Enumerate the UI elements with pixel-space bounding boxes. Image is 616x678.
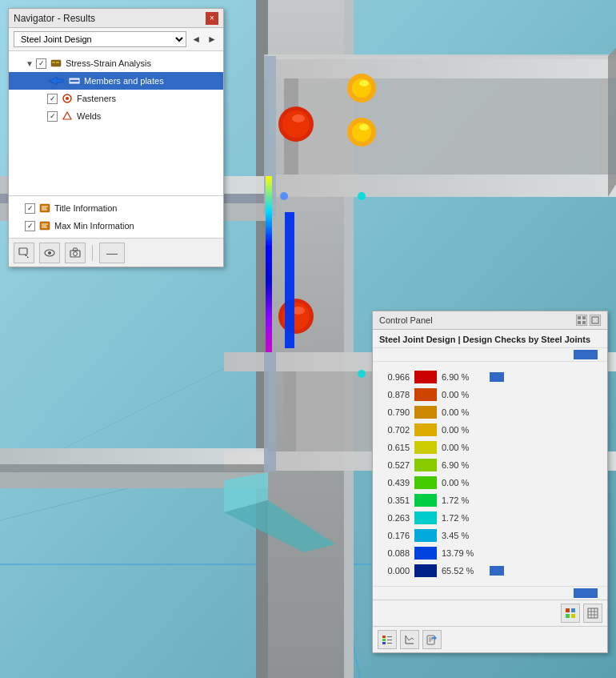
legend-row: 0.263 1.72 %	[379, 509, 601, 527]
svg-line-95	[409, 638, 412, 640]
checkbox-title-info[interactable]: ✓	[25, 203, 35, 214]
tree-label-fasteners: Fasteners	[77, 94, 116, 103]
svg-rect-7	[256, 0, 268, 678]
legend-row: 0.088 13.79 %	[379, 544, 601, 562]
legend-percent: 13.79 %	[442, 548, 482, 558]
maximize-icon	[591, 316, 599, 324]
navigator-toolbar-select-btn[interactable]	[14, 243, 34, 263]
legend-percent: 0.00 %	[442, 478, 482, 487]
cp-toolbar-grid-btn[interactable]	[576, 315, 587, 326]
navigator-toolbar-camera-btn[interactable]	[65, 243, 86, 263]
cp-btn-palette[interactable]	[561, 604, 580, 623]
legend-row: 0.615 0.00 %	[379, 439, 601, 456]
legend-percent: 0.00 %	[442, 443, 482, 452]
tree-item-stress-strain[interactable]: ▼ ✓ Stress-Strain Analysis	[9, 54, 223, 72]
navigator-toolbar: —	[9, 238, 223, 267]
svg-rect-8	[344, 0, 354, 678]
legend-value: 0.088	[379, 548, 410, 558]
checkbox-welds[interactable]: ✓	[47, 111, 58, 122]
legend-percent: 0.00 %	[442, 390, 482, 399]
checkbox-maxmin-info[interactable]: ✓	[25, 221, 35, 231]
svg-rect-23	[0, 448, 268, 464]
legend-value: 0.615	[379, 443, 410, 452]
nav-prev-arrow[interactable]: ◄	[190, 34, 202, 45]
svg-rect-53	[70, 82, 79, 83]
legend-row: 0.878 0.00 %	[379, 386, 601, 403]
svg-rect-78	[571, 608, 575, 612]
svg-point-39	[352, 122, 371, 142]
legend-row: 0.439 0.00 %	[379, 474, 601, 491]
export-icon	[426, 634, 438, 645]
svg-point-32	[278, 299, 314, 334]
analysis-icon	[50, 57, 62, 70]
tree-item-maxmin-info[interactable]: ✓ Max Min Information	[9, 217, 223, 235]
cp-btn-legend[interactable]	[378, 630, 397, 649]
tree-item-welds[interactable]: ✓ Welds	[9, 107, 223, 125]
camera-icon	[70, 247, 81, 259]
tree-label-maxmin-info: Max Min Information	[54, 221, 134, 231]
fasteners-icon	[61, 92, 74, 105]
tree-item-fasteners[interactable]: ✓ Fasteners	[9, 90, 223, 107]
svg-marker-56	[63, 112, 71, 119]
svg-rect-80	[571, 614, 575, 618]
legend-blue-indicator	[490, 372, 504, 382]
line-icon: —	[106, 247, 118, 259]
legend-color-swatch	[414, 476, 437, 489]
svg-rect-81	[588, 608, 598, 618]
cp-btn-export[interactable]	[422, 630, 442, 649]
blue-arrow-indicator	[47, 75, 65, 86]
cp-btn-scale[interactable]	[400, 630, 419, 649]
svg-rect-28	[266, 176, 272, 352]
navigator-toolbar-line-btn[interactable]: —	[99, 243, 125, 263]
svg-rect-24	[0, 464, 268, 472]
svg-rect-25	[0, 472, 268, 488]
legend-value: 0.263	[379, 513, 410, 523]
navigator-dropdown[interactable]: Steel Joint Design	[14, 31, 186, 47]
legend-color-swatch	[414, 512, 437, 524]
legend-color-swatch	[414, 547, 437, 560]
legend-row: 0.790 0.00 %	[379, 403, 601, 421]
table-icon	[587, 608, 598, 619]
tree-item-members-plates[interactable]: Members and plates	[9, 72, 223, 90]
checkbox-stress-strain[interactable]: ✓	[36, 58, 46, 69]
tree-label-title-info: Title Information	[54, 203, 117, 213]
svg-rect-73	[582, 316, 586, 319]
svg-rect-20	[284, 371, 296, 451]
nav-next-arrow[interactable]: ►	[206, 34, 218, 45]
legend-row: 0.176 3.45 %	[379, 527, 601, 544]
svg-rect-48	[52, 62, 55, 63]
svg-point-37	[359, 80, 369, 86]
svg-point-55	[66, 97, 69, 100]
navigator-toolbar-view-btn[interactable]	[39, 243, 60, 263]
toolbar-separator	[92, 245, 93, 261]
svg-rect-9	[264, 56, 616, 78]
svg-marker-45	[224, 500, 336, 552]
navigator-close-button[interactable]: ×	[206, 12, 218, 25]
svg-point-40	[359, 124, 369, 130]
svg-rect-86	[382, 636, 386, 638]
legend-value: 0.176	[379, 531, 410, 540]
legend-icon	[382, 634, 393, 645]
svg-point-70	[74, 251, 78, 255]
svg-point-68	[48, 251, 51, 255]
legend-percent: 1.72 %	[442, 495, 482, 505]
navigator-title: Navigator - Results	[14, 13, 95, 24]
svg-line-1	[0, 360, 240, 480]
top-indicator-bar	[574, 350, 598, 359]
svg-point-31	[292, 114, 305, 122]
svg-line-96	[412, 638, 414, 640]
cp-maximize-btn[interactable]	[590, 315, 601, 326]
navigator-panel: Navigator - Results × Steel Joint Design…	[8, 8, 224, 267]
navigator-dropdown-row: Steel Joint Design ◄ ►	[9, 28, 223, 51]
svg-marker-13	[298, 78, 608, 175]
svg-rect-65	[19, 248, 27, 255]
svg-rect-87	[382, 639, 386, 641]
expand-arrow-stress-strain[interactable]: ▼	[25, 58, 34, 68]
control-panel-title: Control Panel	[379, 315, 433, 325]
tree-item-title-info[interactable]: ✓ Title Information	[9, 199, 223, 217]
control-panel: Control Panel Steel Joint Design | Desig…	[372, 311, 608, 653]
legend-percent: 65.52 %	[442, 566, 482, 576]
legend-value: 0.878	[379, 390, 410, 399]
cp-btn-table[interactable]	[583, 604, 602, 623]
checkbox-fasteners[interactable]: ✓	[47, 94, 58, 104]
